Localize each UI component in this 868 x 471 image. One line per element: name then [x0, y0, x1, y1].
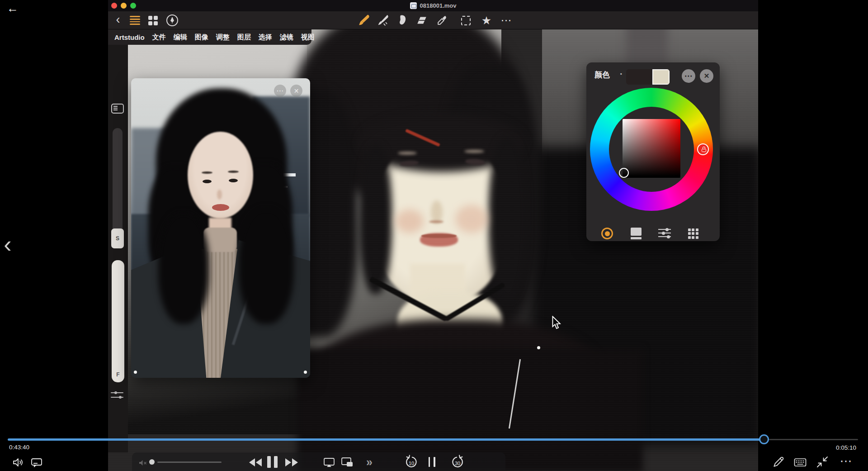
smudge-finger-icon — [396, 14, 407, 26]
hue-selector-knob[interactable] — [697, 143, 709, 155]
tab-swatch-book[interactable] — [624, 222, 648, 245]
lock-icon-body — [702, 149, 706, 152]
menu-layer[interactable]: 图层 — [237, 33, 251, 42]
pause-button[interactable] — [265, 455, 279, 469]
eyedropper-icon — [436, 15, 448, 26]
size-slider-label: S — [116, 235, 119, 242]
back-button[interactable]: ← — [5, 1, 21, 15]
ellipsis-icon: ⋯ — [840, 454, 853, 468]
marquee-icon — [461, 16, 471, 25]
subtitles-button[interactable] — [30, 457, 43, 469]
airplay-button[interactable] — [322, 457, 336, 468]
quick-tool-button[interactable] — [163, 11, 181, 29]
slider-settings-icon[interactable] — [111, 391, 124, 400]
player-more-button[interactable]: ⋯ — [836, 453, 856, 469]
reference-more-button[interactable]: ⋯ — [274, 85, 286, 97]
sv-cursor[interactable] — [619, 168, 629, 178]
brush-size-slider-handle[interactable]: S — [111, 228, 124, 248]
saturation-value-square[interactable] — [623, 119, 680, 178]
reference-photo — [131, 78, 310, 378]
back-arrow-icon: ← — [7, 1, 19, 15]
menu-adjust[interactable]: 调整 — [216, 33, 230, 42]
pause-bar — [274, 456, 278, 468]
mute-button[interactable] — [138, 458, 148, 467]
volume-button[interactable] — [12, 456, 25, 469]
menu-select[interactable]: 选择 — [259, 33, 272, 42]
tab-sliders[interactable] — [653, 222, 676, 245]
more-tools-button[interactable]: ⋯ — [497, 11, 515, 29]
keyboard-icon — [794, 457, 807, 467]
color-swatch-pair[interactable] — [626, 69, 670, 85]
swatch-tab-icon — [631, 228, 642, 239]
annotate-button[interactable] — [771, 455, 786, 469]
skip-forward-30-button[interactable]: 30 — [451, 454, 464, 469]
color-panel-close-button[interactable]: ✕ — [700, 69, 713, 83]
wet-brush-icon — [377, 14, 389, 26]
menu-image[interactable]: 图像 — [195, 33, 208, 42]
resize-handle[interactable] — [134, 371, 137, 374]
pen-circle-icon — [166, 14, 178, 26]
eyedropper-tool-button[interactable] — [433, 11, 451, 29]
secondary-color-swatch[interactable] — [652, 69, 670, 85]
eraser-tool-button[interactable] — [413, 11, 431, 29]
collapse-arrows-icon — [816, 456, 828, 468]
photo-shape — [228, 171, 239, 173]
keyboard-button[interactable] — [793, 457, 807, 468]
menu-file[interactable]: 文件 — [152, 33, 166, 42]
photo-shape — [203, 180, 212, 183]
tab-palette-grid[interactable] — [681, 222, 705, 245]
chevron-left-icon: ‹ — [4, 231, 11, 258]
tab-color-wheel[interactable] — [595, 222, 619, 245]
center-pause-button[interactable] — [427, 456, 437, 468]
sidebar-panel-icon[interactable] — [111, 104, 124, 114]
photo-shape — [203, 228, 237, 252]
sliders-tab-icon — [658, 228, 671, 239]
eraser-icon — [416, 15, 428, 26]
timeline-progress[interactable] — [8, 438, 764, 441]
fast-forward-icon — [284, 457, 299, 467]
volume-slider-track[interactable] — [157, 461, 222, 463]
color-panel-more-button[interactable]: ⋯ — [682, 69, 695, 83]
smudge-tool-button[interactable] — [393, 11, 411, 29]
menu-filter[interactable]: 滤镜 — [280, 33, 293, 42]
color-panel: 颜色 · ⋯ ✕ — [586, 62, 720, 241]
photo-shape — [202, 171, 212, 174]
chevron-left-icon: ‹ — [116, 13, 120, 27]
toolbar-back-button[interactable]: ‹ — [111, 11, 125, 29]
timeline-remaining[interactable] — [769, 439, 858, 440]
reference-close-button[interactable]: ✕ — [290, 85, 302, 97]
photo-shape — [229, 179, 238, 182]
window-titlebar: 0818001.mov — [108, 0, 758, 11]
skip-back-10-button[interactable]: 10 — [405, 454, 418, 469]
menu-artstudio[interactable]: Artstudio — [114, 33, 145, 41]
pip-button[interactable] — [340, 457, 354, 468]
wet-brush-tool-button[interactable] — [374, 11, 392, 29]
pause-bar — [267, 456, 271, 468]
rewind-button[interactable] — [248, 457, 263, 468]
favorites-button[interactable]: ★ — [477, 11, 495, 29]
skip-back-label: 10 — [405, 461, 418, 466]
reference-image-panel[interactable]: ⋯ ✕ — [131, 78, 310, 378]
timeline-scrubber[interactable] — [759, 434, 769, 444]
primary-color-swatch[interactable] — [626, 69, 652, 85]
exit-fullscreen-button[interactable] — [815, 456, 830, 468]
more-controls-button[interactable]: » — [363, 455, 376, 469]
volume-slider-handle[interactable] — [149, 459, 155, 465]
fast-forward-button[interactable] — [284, 457, 299, 468]
pause-bar — [429, 457, 430, 467]
previous-chevron-button[interactable]: ‹ — [0, 230, 15, 259]
menu-view[interactable]: 视图 — [301, 33, 315, 42]
menu-edit[interactable]: 编辑 — [174, 33, 187, 42]
brush-flow-slider[interactable]: F — [112, 260, 124, 382]
brush-tool-button[interactable] — [355, 11, 373, 29]
selection-tool-button[interactable] — [457, 11, 475, 29]
photo-shape — [212, 204, 229, 211]
muted-speaker-icon — [139, 459, 147, 467]
menu-button[interactable] — [126, 11, 143, 29]
resize-handle[interactable] — [304, 371, 307, 374]
gallery-button[interactable] — [144, 11, 161, 29]
grid-tab-icon — [688, 228, 698, 239]
photo-shape — [217, 190, 222, 200]
picture-in-picture-icon — [341, 457, 354, 468]
ellipsis-icon: ⋯ — [276, 86, 284, 95]
